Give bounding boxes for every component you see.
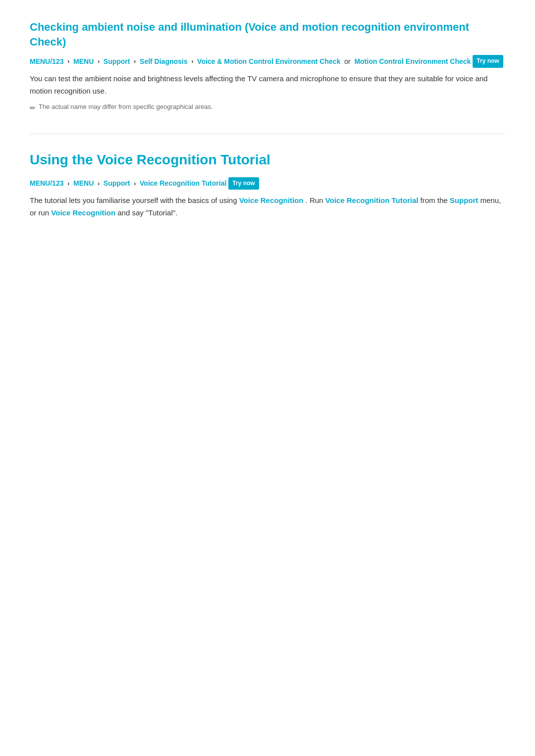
breadcrumb2-sep1: › — [65, 178, 71, 189]
breadcrumb2-support[interactable]: Support — [104, 177, 130, 190]
breadcrumb-sep1: › — [65, 55, 71, 67]
breadcrumb-sep4: › — [190, 55, 196, 67]
section2-body-part3: from the — [421, 196, 448, 204]
breadcrumb-or: or — [342, 55, 352, 68]
breadcrumb-sep3: › — [132, 55, 138, 67]
section-voice-tutorial: Using the Voice Recognition Tutorial MEN… — [30, 149, 505, 219]
section2-body: The tutorial lets you familiarise yourse… — [30, 195, 505, 219]
section1-title: Checking ambient noise and illumination … — [30, 20, 505, 49]
section2-try-now-badge[interactable]: Try now — [228, 177, 259, 190]
breadcrumb-voice-motion[interactable]: Voice & Motion Control Environment Check — [197, 55, 340, 68]
section1-body: You can test the ambient noise and brigh… — [30, 73, 505, 98]
section-checking-ambient: Checking ambient noise and illumination … — [30, 20, 505, 114]
section2-body-part5: and say "Tutorial". — [117, 208, 177, 217]
breadcrumb-selfdiag[interactable]: Self Diagnosis — [140, 55, 187, 68]
breadcrumb2-menu123[interactable]: MENU/123 — [30, 177, 63, 190]
breadcrumb2-sep2: › — [96, 178, 102, 189]
breadcrumb-menu123[interactable]: MENU/123 — [30, 55, 63, 68]
section2-body-part2: . Run — [306, 196, 323, 204]
section1-try-now-badge[interactable]: Try now — [473, 55, 503, 68]
section2-breadcrumb: MENU/123 › MENU › Support › Voice Recogn… — [30, 177, 505, 190]
section2-link1[interactable]: Voice Recognition — [239, 196, 304, 204]
breadcrumb2-sep3: › — [132, 178, 138, 189]
breadcrumb-support[interactable]: Support — [104, 55, 130, 68]
section-divider — [30, 134, 505, 134]
section2-title: Using the Voice Recognition Tutorial — [30, 149, 505, 171]
section2-link4[interactable]: Voice Recognition — [51, 208, 115, 217]
breadcrumb-sep2: › — [96, 55, 102, 67]
breadcrumb-menu[interactable]: MENU — [73, 55, 94, 68]
breadcrumb2-voice-tutorial[interactable]: Voice Recognition Tutorial — [140, 177, 226, 190]
section2-link2[interactable]: Voice Recognition Tutorial — [325, 196, 419, 204]
breadcrumb-motion-check[interactable]: Motion Control Environment Check — [354, 55, 471, 68]
section1-note: ✏ The actual name may differ from specif… — [30, 102, 505, 113]
section2-link3[interactable]: Support — [450, 196, 479, 204]
breadcrumb2-menu[interactable]: MENU — [73, 177, 94, 190]
pencil-icon: ✏ — [30, 102, 36, 113]
section1-breadcrumb: MENU/123 › MENU › Support › Self Diagnos… — [30, 55, 505, 68]
section1-note-text: The actual name may differ from specific… — [39, 102, 213, 112]
section2-body-part1: The tutorial lets you familiarise yourse… — [30, 196, 237, 204]
